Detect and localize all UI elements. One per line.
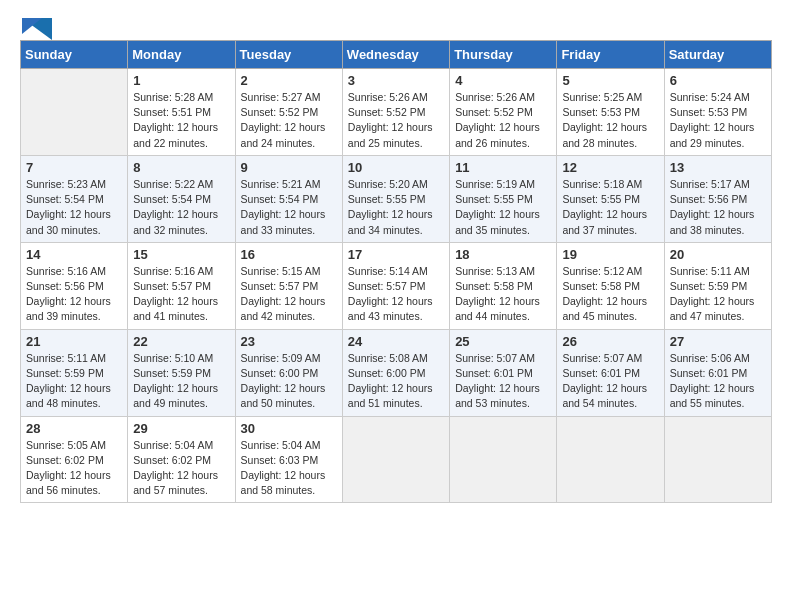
calendar-cell: 26Sunrise: 5:07 AMSunset: 6:01 PMDayligh… [557, 329, 664, 416]
calendar-cell: 12Sunrise: 5:18 AMSunset: 5:55 PMDayligh… [557, 155, 664, 242]
day-info: Sunrise: 5:26 AMSunset: 5:52 PMDaylight:… [455, 90, 551, 151]
calendar-cell: 28Sunrise: 5:05 AMSunset: 6:02 PMDayligh… [21, 416, 128, 503]
calendar-cell: 30Sunrise: 5:04 AMSunset: 6:03 PMDayligh… [235, 416, 342, 503]
calendar-cell: 16Sunrise: 5:15 AMSunset: 5:57 PMDayligh… [235, 242, 342, 329]
calendar-cell: 25Sunrise: 5:07 AMSunset: 6:01 PMDayligh… [450, 329, 557, 416]
day-number: 17 [348, 247, 444, 262]
day-number: 9 [241, 160, 337, 175]
calendar-week-row: 14Sunrise: 5:16 AMSunset: 5:56 PMDayligh… [21, 242, 772, 329]
day-number: 22 [133, 334, 229, 349]
page-header [20, 20, 772, 32]
day-info: Sunrise: 5:16 AMSunset: 5:57 PMDaylight:… [133, 264, 229, 325]
day-number: 13 [670, 160, 766, 175]
calendar-cell [450, 416, 557, 503]
calendar-week-row: 1Sunrise: 5:28 AMSunset: 5:51 PMDaylight… [21, 69, 772, 156]
day-number: 11 [455, 160, 551, 175]
day-info: Sunrise: 5:14 AMSunset: 5:57 PMDaylight:… [348, 264, 444, 325]
day-number: 30 [241, 421, 337, 436]
day-info: Sunrise: 5:15 AMSunset: 5:57 PMDaylight:… [241, 264, 337, 325]
calendar-cell: 6Sunrise: 5:24 AMSunset: 5:53 PMDaylight… [664, 69, 771, 156]
day-info: Sunrise: 5:12 AMSunset: 5:58 PMDaylight:… [562, 264, 658, 325]
calendar-cell: 13Sunrise: 5:17 AMSunset: 5:56 PMDayligh… [664, 155, 771, 242]
day-info: Sunrise: 5:08 AMSunset: 6:00 PMDaylight:… [348, 351, 444, 412]
calendar-cell: 18Sunrise: 5:13 AMSunset: 5:58 PMDayligh… [450, 242, 557, 329]
day-info: Sunrise: 5:06 AMSunset: 6:01 PMDaylight:… [670, 351, 766, 412]
logo-icon [22, 18, 52, 40]
day-number: 14 [26, 247, 122, 262]
day-info: Sunrise: 5:05 AMSunset: 6:02 PMDaylight:… [26, 438, 122, 499]
day-number: 3 [348, 73, 444, 88]
weekday-header: Tuesday [235, 41, 342, 69]
day-info: Sunrise: 5:28 AMSunset: 5:51 PMDaylight:… [133, 90, 229, 151]
day-info: Sunrise: 5:09 AMSunset: 6:00 PMDaylight:… [241, 351, 337, 412]
day-number: 28 [26, 421, 122, 436]
day-number: 6 [670, 73, 766, 88]
calendar-week-row: 28Sunrise: 5:05 AMSunset: 6:02 PMDayligh… [21, 416, 772, 503]
header-row: SundayMondayTuesdayWednesdayThursdayFrid… [21, 41, 772, 69]
calendar-cell: 21Sunrise: 5:11 AMSunset: 5:59 PMDayligh… [21, 329, 128, 416]
calendar-cell [342, 416, 449, 503]
day-number: 8 [133, 160, 229, 175]
calendar-cell: 3Sunrise: 5:26 AMSunset: 5:52 PMDaylight… [342, 69, 449, 156]
day-info: Sunrise: 5:27 AMSunset: 5:52 PMDaylight:… [241, 90, 337, 151]
calendar-cell: 8Sunrise: 5:22 AMSunset: 5:54 PMDaylight… [128, 155, 235, 242]
calendar-cell: 15Sunrise: 5:16 AMSunset: 5:57 PMDayligh… [128, 242, 235, 329]
day-info: Sunrise: 5:26 AMSunset: 5:52 PMDaylight:… [348, 90, 444, 151]
calendar-cell: 29Sunrise: 5:04 AMSunset: 6:02 PMDayligh… [128, 416, 235, 503]
calendar-cell: 5Sunrise: 5:25 AMSunset: 5:53 PMDaylight… [557, 69, 664, 156]
calendar-cell: 9Sunrise: 5:21 AMSunset: 5:54 PMDaylight… [235, 155, 342, 242]
calendar-cell: 4Sunrise: 5:26 AMSunset: 5:52 PMDaylight… [450, 69, 557, 156]
day-info: Sunrise: 5:07 AMSunset: 6:01 PMDaylight:… [562, 351, 658, 412]
calendar-week-row: 7Sunrise: 5:23 AMSunset: 5:54 PMDaylight… [21, 155, 772, 242]
day-number: 4 [455, 73, 551, 88]
day-number: 7 [26, 160, 122, 175]
day-info: Sunrise: 5:10 AMSunset: 5:59 PMDaylight:… [133, 351, 229, 412]
day-info: Sunrise: 5:24 AMSunset: 5:53 PMDaylight:… [670, 90, 766, 151]
day-info: Sunrise: 5:25 AMSunset: 5:53 PMDaylight:… [562, 90, 658, 151]
day-info: Sunrise: 5:13 AMSunset: 5:58 PMDaylight:… [455, 264, 551, 325]
calendar-cell: 23Sunrise: 5:09 AMSunset: 6:00 PMDayligh… [235, 329, 342, 416]
logo [20, 20, 52, 32]
calendar-cell: 27Sunrise: 5:06 AMSunset: 6:01 PMDayligh… [664, 329, 771, 416]
day-number: 19 [562, 247, 658, 262]
day-info: Sunrise: 5:16 AMSunset: 5:56 PMDaylight:… [26, 264, 122, 325]
calendar-cell: 11Sunrise: 5:19 AMSunset: 5:55 PMDayligh… [450, 155, 557, 242]
day-number: 29 [133, 421, 229, 436]
day-number: 26 [562, 334, 658, 349]
day-info: Sunrise: 5:17 AMSunset: 5:56 PMDaylight:… [670, 177, 766, 238]
day-info: Sunrise: 5:22 AMSunset: 5:54 PMDaylight:… [133, 177, 229, 238]
day-info: Sunrise: 5:04 AMSunset: 6:02 PMDaylight:… [133, 438, 229, 499]
weekday-header: Thursday [450, 41, 557, 69]
weekday-header: Sunday [21, 41, 128, 69]
calendar-cell [21, 69, 128, 156]
weekday-header: Friday [557, 41, 664, 69]
day-number: 12 [562, 160, 658, 175]
calendar-cell [557, 416, 664, 503]
calendar-cell: 19Sunrise: 5:12 AMSunset: 5:58 PMDayligh… [557, 242, 664, 329]
day-number: 2 [241, 73, 337, 88]
day-info: Sunrise: 5:21 AMSunset: 5:54 PMDaylight:… [241, 177, 337, 238]
day-info: Sunrise: 5:23 AMSunset: 5:54 PMDaylight:… [26, 177, 122, 238]
calendar-cell: 1Sunrise: 5:28 AMSunset: 5:51 PMDaylight… [128, 69, 235, 156]
calendar-cell: 20Sunrise: 5:11 AMSunset: 5:59 PMDayligh… [664, 242, 771, 329]
calendar-cell: 10Sunrise: 5:20 AMSunset: 5:55 PMDayligh… [342, 155, 449, 242]
weekday-header: Monday [128, 41, 235, 69]
day-number: 24 [348, 334, 444, 349]
calendar-week-row: 21Sunrise: 5:11 AMSunset: 5:59 PMDayligh… [21, 329, 772, 416]
calendar-cell: 14Sunrise: 5:16 AMSunset: 5:56 PMDayligh… [21, 242, 128, 329]
calendar-table: SundayMondayTuesdayWednesdayThursdayFrid… [20, 40, 772, 503]
day-info: Sunrise: 5:18 AMSunset: 5:55 PMDaylight:… [562, 177, 658, 238]
calendar-cell: 7Sunrise: 5:23 AMSunset: 5:54 PMDaylight… [21, 155, 128, 242]
day-number: 18 [455, 247, 551, 262]
day-info: Sunrise: 5:19 AMSunset: 5:55 PMDaylight:… [455, 177, 551, 238]
weekday-header: Wednesday [342, 41, 449, 69]
calendar-cell [664, 416, 771, 503]
day-number: 16 [241, 247, 337, 262]
day-number: 27 [670, 334, 766, 349]
weekday-header: Saturday [664, 41, 771, 69]
calendar-cell: 2Sunrise: 5:27 AMSunset: 5:52 PMDaylight… [235, 69, 342, 156]
calendar-cell: 22Sunrise: 5:10 AMSunset: 5:59 PMDayligh… [128, 329, 235, 416]
day-info: Sunrise: 5:11 AMSunset: 5:59 PMDaylight:… [26, 351, 122, 412]
day-number: 15 [133, 247, 229, 262]
day-number: 10 [348, 160, 444, 175]
